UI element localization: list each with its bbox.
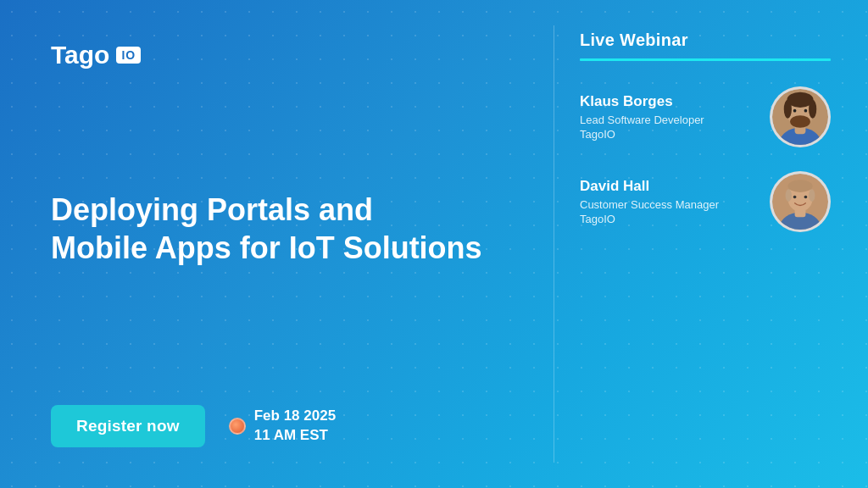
svg-point-6 xyxy=(809,100,816,119)
main-title: Deploying Portals and Mobile Apps for Io… xyxy=(51,191,511,267)
speaker-info-2: David Hall Customer Success Manager Tago… xyxy=(580,178,754,225)
live-dot-icon xyxy=(229,418,246,435)
svg-point-14 xyxy=(787,180,812,192)
speaker-role-1: Lead Software Developer xyxy=(580,113,754,128)
page-background: Tago IO Deploying Portals and Mobile App… xyxy=(0,0,868,488)
event-date: Feb 18 2025 11 AM EST xyxy=(254,407,336,446)
speaker-role-2: Customer Success Manager xyxy=(580,197,754,213)
speaker-name-2: David Hall xyxy=(580,178,754,195)
event-date-text: Feb 18 2025 xyxy=(254,408,336,424)
speaker-card-1: Klaus Borges Lead Software Developer Tag… xyxy=(580,86,831,147)
logo-box: IO xyxy=(116,47,141,64)
speaker-company-1: TagoIO xyxy=(580,128,754,141)
speaker-card-2: David Hall Customer Success Manager Tago… xyxy=(580,171,831,232)
speaker-name-1: Klaus Borges xyxy=(580,93,754,110)
svg-point-9 xyxy=(804,109,808,113)
svg-point-15 xyxy=(786,189,792,202)
svg-point-17 xyxy=(793,196,797,199)
event-info: Feb 18 2025 11 AM EST xyxy=(229,407,336,446)
webinar-badge: Live Webinar xyxy=(580,30,831,50)
logo: Tago IO xyxy=(51,41,511,69)
right-panel: Live Webinar Klaus Borges Lead Software … xyxy=(554,0,868,488)
svg-point-18 xyxy=(804,196,808,199)
svg-point-16 xyxy=(809,189,815,202)
event-time-text: 11 AM EST xyxy=(254,427,328,443)
webinar-underline xyxy=(580,58,831,61)
title-line2: Mobile Apps for IoT Solutions xyxy=(51,230,482,265)
logo-text: Tago xyxy=(51,41,109,69)
avatar-2 xyxy=(770,171,831,232)
svg-point-7 xyxy=(790,115,810,128)
svg-point-5 xyxy=(784,100,792,119)
title-line1: Deploying Portals and xyxy=(51,192,373,227)
left-panel: Tago IO Deploying Portals and Mobile App… xyxy=(0,0,554,488)
speaker-company-2: TagoIO xyxy=(580,213,754,225)
avatar-1 xyxy=(770,86,831,147)
register-button[interactable]: Register now xyxy=(51,405,205,447)
bottom-row: Register now Feb 18 2025 11 AM EST xyxy=(51,405,511,447)
speaker-info-1: Klaus Borges Lead Software Developer Tag… xyxy=(580,93,754,141)
svg-point-8 xyxy=(793,109,797,113)
